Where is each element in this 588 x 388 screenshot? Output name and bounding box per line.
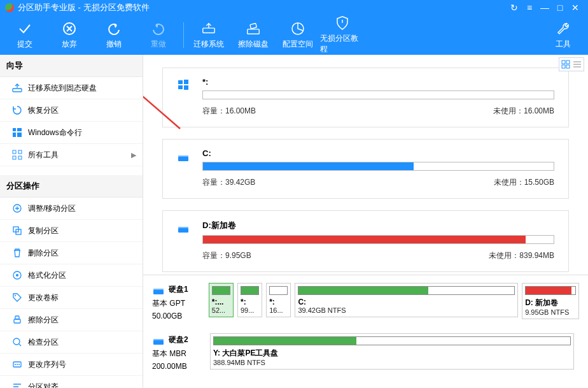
- svg-rect-28: [566, 65, 570, 68]
- svg-rect-27: [562, 65, 565, 68]
- allocate-space-button[interactable]: 配置空间: [276, 15, 320, 55]
- close-button[interactable]: ✕: [568, 3, 583, 13]
- svg-rect-38: [178, 228, 188, 233]
- part-usage-bar: [212, 286, 230, 295]
- sidebar-item-label: 检查分区: [28, 337, 59, 348]
- partops-item-3[interactable]: 格式化分区: [0, 264, 143, 287]
- part-label: *:: [241, 298, 259, 306]
- check-icon: [11, 336, 23, 348]
- part-label: *:...: [212, 298, 230, 306]
- partops-item-8[interactable]: 分区对齐: [0, 376, 143, 388]
- partops-item-2[interactable]: 删除分区: [0, 242, 143, 264]
- disk0-part3[interactable]: C:39.42GB NTFS: [295, 283, 518, 317]
- discard-button[interactable]: 放弃: [47, 15, 92, 55]
- wizard-item-2[interactable]: Windows命令行: [0, 122, 143, 144]
- sidebar-item-label: 迁移系统到固态硬盘: [28, 83, 97, 94]
- part-usage-bar: [213, 336, 571, 345]
- part-sublabel: 9.95GB NTFS: [525, 308, 576, 316]
- part-label: Y: 大白菜PE工具盘: [213, 348, 571, 359]
- refresh-icon[interactable]: ↻: [507, 3, 522, 13]
- partition-card-2[interactable]: D:新加卷容量：9.95GB未使用：839.94MB: [162, 210, 569, 272]
- partops-item-0[interactable]: 调整/移动分区: [0, 198, 143, 220]
- windows-icon: [177, 78, 191, 92]
- sidebar-item-label: 调整/移动分区: [28, 203, 76, 214]
- tools-button[interactable]: 工具: [541, 15, 585, 55]
- wizard-item-0[interactable]: 迁移系统到固态硬盘: [0, 77, 143, 99]
- partops-item-5[interactable]: 擦除分区: [0, 309, 143, 331]
- maximize-button[interactable]: □: [552, 3, 568, 13]
- disk0-part4[interactable]: D: 新加卷9.95GB NTFS: [522, 283, 579, 319]
- serial-icon: [11, 359, 23, 370]
- wizard-item-1[interactable]: 恢复分区: [0, 99, 143, 122]
- usage-bar: [202, 162, 554, 171]
- svg-rect-9: [17, 133, 22, 137]
- svg-rect-20: [14, 319, 20, 323]
- disk0-part2[interactable]: *:16...: [266, 283, 291, 317]
- migrate-icon: [11, 82, 23, 94]
- disk-size: 200.00MB: [152, 362, 206, 371]
- partops-item-1[interactable]: 复制分区: [0, 220, 143, 242]
- disk-row-1: 硬盘2基本 MBR200.00MBY: 大白菜PE工具盘388.94MB NTF…: [152, 333, 579, 371]
- tutorial-button[interactable]: 无损分区教程: [320, 15, 365, 55]
- wipe-disk-button[interactable]: 擦除磁盘: [231, 15, 276, 55]
- partition-name: C:: [202, 148, 554, 158]
- disk-icon: [177, 150, 191, 164]
- list-view-icon[interactable]: [572, 59, 582, 69]
- sidebar-item-label: 更改序列号: [28, 359, 66, 370]
- view-switcher[interactable]: [559, 57, 584, 71]
- partops-item-6[interactable]: 检查分区: [0, 331, 143, 354]
- svg-rect-37: [178, 155, 188, 157]
- disk-row-0: 硬盘1基本 GPT50.00GB*:...52...*:99...*:16...…: [152, 283, 579, 320]
- svg-rect-11: [18, 150, 22, 154]
- svg-rect-33: [184, 80, 188, 84]
- disk0-part0[interactable]: *:...52...: [209, 283, 234, 317]
- disk-meta: 硬盘2基本 MBR200.00MB: [152, 333, 206, 371]
- migrate-os-button[interactable]: 迁移系统: [186, 15, 231, 55]
- partops-item-7[interactable]: 更改序列号: [0, 354, 143, 376]
- undo-label: 撤销: [106, 39, 122, 50]
- commit-label: 提交: [17, 39, 32, 50]
- part-usage-bar: [298, 286, 515, 295]
- commit-button[interactable]: 提交: [3, 15, 47, 55]
- wizard-item-3[interactable]: 所有工具▶: [0, 144, 143, 166]
- part-label: C:: [298, 298, 515, 306]
- copy-icon: [11, 225, 23, 236]
- svg-rect-21: [15, 316, 19, 319]
- content-area: *:容量：16.00MB未使用：16.00MBC:容量：39.42GB未使用：1…: [143, 55, 588, 388]
- sidebar-item-label: 分区对齐: [28, 382, 59, 389]
- disk1-part0[interactable]: Y: 大白菜PE工具盘388.94MB NTFS: [210, 333, 574, 370]
- recover-icon: [11, 104, 23, 116]
- title-bar: 分区助手专业版 - 无损分区免费软件 ↻ ≡ — □ ✕: [0, 0, 588, 15]
- check-icon: [17, 21, 32, 36]
- window-title: 分区助手专业版 - 无损分区免费软件: [18, 2, 507, 13]
- svg-rect-26: [566, 61, 570, 64]
- svg-rect-32: [178, 80, 183, 84]
- unused-label: 未使用：15.50GB: [494, 177, 554, 188]
- minimize-button[interactable]: —: [537, 3, 552, 13]
- capacity-label: 容量：39.42GB: [202, 177, 255, 188]
- redo-label: 重做: [151, 39, 166, 50]
- usage-bar: [202, 235, 554, 244]
- menu-icon[interactable]: ≡: [522, 3, 537, 13]
- svg-rect-2: [248, 29, 259, 33]
- disk-type: 基本 GPT: [152, 298, 205, 309]
- erase-icon: [11, 314, 23, 326]
- redo-button[interactable]: 重做: [136, 15, 181, 55]
- shield-icon: [335, 15, 350, 31]
- disk0-part1[interactable]: *:99...: [237, 283, 262, 317]
- svg-rect-25: [562, 61, 565, 64]
- part-label: *:: [269, 298, 288, 306]
- alloc-label: 配置空间: [283, 39, 313, 50]
- grid-view-icon[interactable]: [561, 59, 571, 69]
- sidebar-item-label: Windows命令行: [28, 127, 82, 138]
- toolbar-separator: [183, 22, 184, 48]
- eraser-icon: [246, 21, 261, 36]
- part-usage-bar: [269, 286, 288, 295]
- svg-rect-41: [153, 289, 164, 290]
- partops-item-4[interactable]: 更改卷标: [0, 287, 143, 309]
- partition-card-1[interactable]: C:容量：39.42GB未使用：15.50GB: [162, 139, 569, 199]
- undo-button[interactable]: 撤销: [92, 15, 136, 55]
- unused-label: 未使用：16.00MB: [493, 106, 554, 117]
- partition-card-0[interactable]: *:容量：16.00MB未使用：16.00MB: [162, 68, 569, 127]
- partition-name: D:新加卷: [202, 220, 554, 231]
